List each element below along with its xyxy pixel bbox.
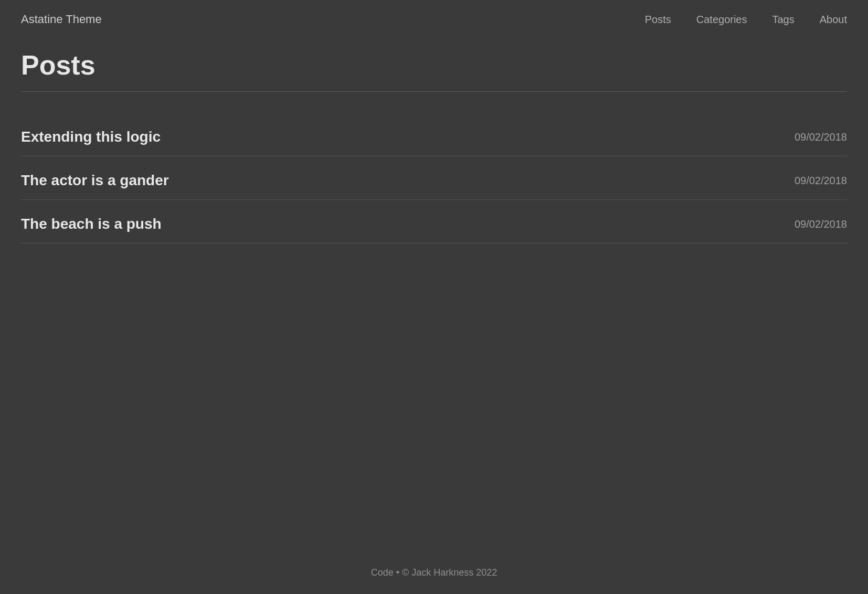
nav-about[interactable]: About	[820, 14, 847, 26]
post-date: 09/02/2018	[795, 218, 847, 230]
site-header: Astatine Theme Posts Categories Tags Abo…	[0, 0, 868, 39]
post-separator	[21, 243, 847, 243]
post-list: Extending this logic 09/02/2018 The acto…	[21, 113, 847, 243]
main-content: Posts Extending this logic 09/02/2018 Th…	[0, 39, 868, 551]
footer-text: Code • © Jack Harkness 2022	[371, 567, 497, 578]
list-item: The beach is a push 09/02/2018	[21, 200, 847, 243]
post-title[interactable]: The actor is a gander	[21, 172, 169, 189]
post-row: The beach is a push 09/02/2018	[21, 200, 847, 243]
post-title[interactable]: Extending this logic	[21, 129, 161, 145]
post-row: The actor is a gander 09/02/2018	[21, 156, 847, 199]
post-date: 09/02/2018	[795, 175, 847, 187]
list-item: Extending this logic 09/02/2018	[21, 113, 847, 156]
post-row: Extending this logic 09/02/2018	[21, 113, 847, 156]
nav-categories[interactable]: Categories	[696, 14, 747, 26]
post-date: 09/02/2018	[795, 131, 847, 143]
title-divider	[21, 91, 847, 92]
post-title[interactable]: The beach is a push	[21, 216, 162, 232]
site-footer: Code • © Jack Harkness 2022	[0, 551, 868, 594]
nav-posts[interactable]: Posts	[645, 14, 671, 26]
main-nav: Posts Categories Tags About	[645, 14, 847, 26]
list-item: The actor is a gander 09/02/2018	[21, 156, 847, 200]
page-title: Posts	[21, 49, 847, 81]
nav-tags[interactable]: Tags	[772, 14, 794, 26]
site-title[interactable]: Astatine Theme	[21, 13, 102, 26]
